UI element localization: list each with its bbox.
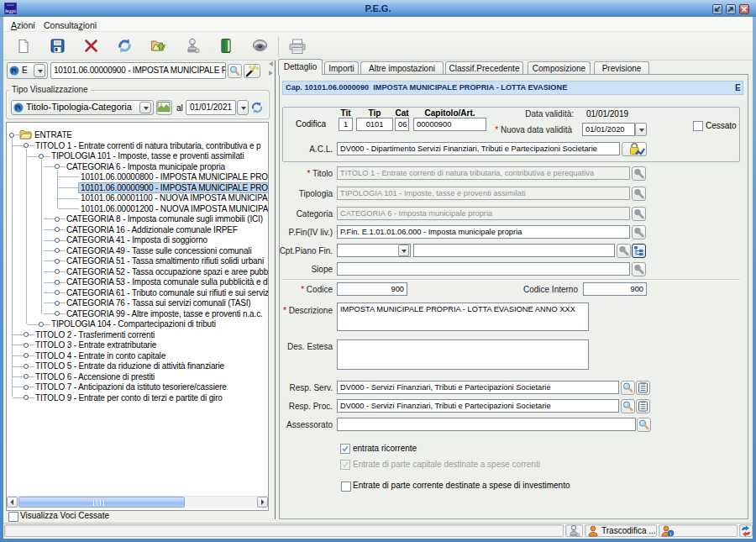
svg-text:i: i: [670, 530, 672, 536]
